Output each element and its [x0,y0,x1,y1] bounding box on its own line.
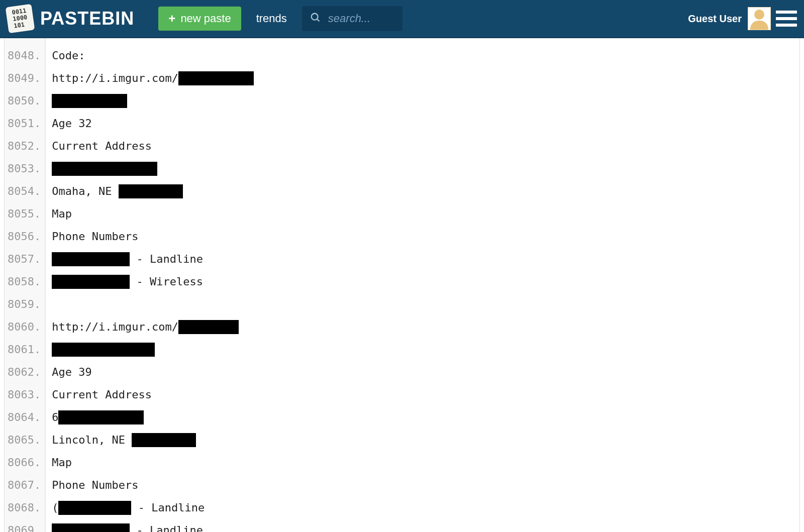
header: 0011 1000 101 PASTEBIN + new paste trend… [0,0,804,38]
line-number: 8065. [8,429,41,451]
code-text: http://i.imgur.com/ [52,72,178,84]
logo[interactable]: 0011 1000 101 PASTEBIN [7,6,134,32]
redaction-box [52,94,127,108]
redaction-box [58,501,131,515]
code-area: 8048.8049.8050.8051.8052.8053.8054.8055.… [5,38,799,532]
code-text: http://i.imgur.com/ [52,321,178,333]
redaction-box [178,71,254,85]
line-number: 8057. [8,248,41,270]
menu-icon[interactable] [776,11,797,27]
redaction-box [52,343,155,357]
code-text: Current Address [52,140,152,152]
code-line[interactable]: 6 [52,406,799,429]
code-line[interactable]: http://i.imgur.com/ [52,315,799,338]
line-number: 8056. [8,225,41,248]
line-number: 8051. [8,112,41,135]
code-line[interactable]: Map [52,202,799,225]
code-line[interactable]: Map [52,451,799,474]
code-line[interactable]: http://i.imgur.com/ [52,67,799,89]
code-body[interactable]: Code:http://i.imgur.com/Age 32Current Ad… [46,38,799,532]
code-line[interactable]: Phone Numbers [52,474,799,496]
redaction-box [178,320,239,334]
code-text: Phone Numbers [52,479,138,491]
search-icon [310,12,321,25]
code-line[interactable] [52,89,799,112]
redaction-box [119,184,183,198]
code-line[interactable]: ( - Landline [52,496,799,519]
plus-icon: + [168,12,175,26]
paste-container: 8048.8049.8050.8051.8052.8053.8054.8055.… [4,38,800,532]
logo-icon: 0011 1000 101 [6,4,35,34]
line-number: 8063. [8,383,41,406]
code-line[interactable] [52,338,799,361]
code-line[interactable]: Current Address [52,135,799,157]
line-number: 8053. [8,157,41,180]
line-number: 8049. [8,67,41,89]
line-number: 8066. [8,451,41,474]
code-line[interactable] [52,293,799,315]
redaction-box [52,162,157,176]
code-line[interactable]: - Landline [52,519,799,532]
redaction-box [58,410,144,424]
redaction-box [52,523,130,533]
trends-link[interactable]: trends [256,12,287,25]
code-line[interactable]: Code: [52,44,799,67]
code-text: Code: [52,49,85,62]
svg-point-2 [754,10,764,20]
code-line[interactable]: Omaha, NE [52,180,799,202]
code-text: Current Address [52,388,152,401]
redaction-box [132,433,196,447]
redaction-box [52,275,130,289]
line-number: 8055. [8,202,41,225]
code-line[interactable]: Lincoln, NE [52,429,799,451]
new-paste-label: new paste [180,12,231,25]
code-text: - Wireless [130,275,203,288]
code-line[interactable]: Age 32 [52,112,799,135]
line-number: 8050. [8,89,41,112]
code-text: Lincoln, NE [52,434,132,446]
line-number: 8069. [8,519,41,532]
code-text: Omaha, NE [52,185,118,197]
code-line[interactable]: Current Address [52,383,799,406]
line-number: 8059. [8,293,41,315]
line-number: 8052. [8,135,41,157]
code-text: Age 32 [52,117,91,130]
logo-text: PASTEBIN [40,8,134,29]
line-number: 8060. [8,315,41,338]
line-number: 8054. [8,180,41,202]
line-number: 8062. [8,361,41,383]
code-line[interactable]: Age 39 [52,361,799,383]
code-line[interactable] [52,157,799,180]
avatar[interactable] [748,7,771,30]
code-line[interactable]: - Wireless [52,270,799,293]
line-number: 8068. [8,496,41,519]
line-number: 8048. [8,44,41,67]
code-text: Map [52,456,72,469]
search-input[interactable] [328,12,388,25]
code-line[interactable]: - Landline [52,248,799,270]
code-text: Map [52,207,72,220]
code-text: 6 [52,411,58,423]
code-text: Phone Numbers [52,230,138,243]
svg-line-1 [317,19,320,22]
line-number: 8064. [8,406,41,429]
line-number-gutter: 8048.8049.8050.8051.8052.8053.8054.8055.… [5,38,46,532]
search-box[interactable] [302,6,403,31]
redaction-box [52,252,130,266]
code-text: - Landline [131,501,205,514]
code-text: Age 39 [52,366,91,378]
line-number: 8067. [8,474,41,496]
svg-point-0 [312,14,318,20]
code-text: ( [52,501,58,514]
code-text: - Landline [130,253,203,265]
code-text: - Landline [130,524,203,532]
line-number: 8058. [8,270,41,293]
user-label[interactable]: Guest User [688,13,742,25]
new-paste-button[interactable]: + new paste [158,7,241,31]
header-right: Guest User [688,7,797,30]
code-line[interactable]: Phone Numbers [52,225,799,248]
line-number: 8061. [8,338,41,361]
